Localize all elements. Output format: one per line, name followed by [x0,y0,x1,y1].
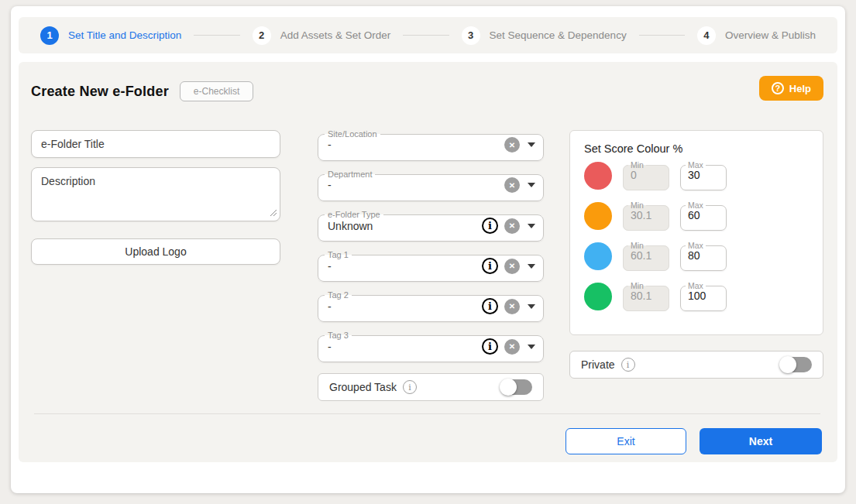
chevron-down-icon[interactable] [528,142,535,147]
step-4[interactable]: 4 Overview & Publish [697,26,816,45]
chevron-down-icon[interactable] [528,264,535,269]
private-toggle[interactable] [781,357,812,372]
chevron-down-icon[interactable] [528,224,535,228]
max-value-green[interactable]: 100 [681,290,726,304]
step-4-number: 4 [697,26,716,45]
page-title: Create New e-Folder [31,84,169,100]
min-value-orange: 30.1 [624,209,669,224]
tag1-value: - [328,260,332,273]
info-icon[interactable]: i [621,358,635,372]
step-connector [639,35,685,36]
resize-handle-icon[interactable] [269,205,277,219]
min-field-blue: Min 60.1 [623,242,669,271]
step-connector [403,35,449,36]
tag1-label: Tag 1 [325,251,352,259]
content-panel: Create New e-Folder e-Checklist ? Help [19,62,837,462]
score-row-blue: Min 60.1 Max 80 [584,242,809,271]
min-field-red: Min 0 [623,161,669,190]
step-2-label: Add Assets & Set Order [280,29,391,41]
stepper: 1 Set Title and Description 2 Add Assets… [19,17,837,53]
department-select[interactable]: Department - ✕ [318,170,544,201]
footer-divider [34,413,820,414]
info-icon[interactable]: i [482,218,498,234]
tag2-select[interactable]: Tag 2 - i ✕ [318,291,544,322]
description-textarea[interactable] [31,167,280,221]
blue-circle-icon [584,242,612,270]
orange-circle-icon [584,202,612,230]
clear-icon[interactable]: ✕ [504,218,520,234]
green-circle-icon [584,283,612,310]
max-field-green[interactable]: Max 100 [680,282,727,311]
chevron-down-icon[interactable] [528,345,535,349]
next-button[interactable]: Next [700,428,822,454]
clear-icon[interactable]: ✕ [504,137,520,153]
grouped-task-row: Grouped Task i [318,373,544,401]
max-value-orange[interactable]: 60 [681,209,726,224]
red-circle-icon [584,162,612,190]
max-field-orange[interactable]: Max 60 [680,201,727,231]
score-colour-panel: Set Score Colour % Min 0 Max 30 [569,130,823,335]
info-icon[interactable]: i [403,380,417,394]
max-field-red[interactable]: Max 30 [680,161,727,190]
min-value-green: 80.1 [624,290,669,304]
info-icon[interactable]: i [482,258,498,274]
upload-logo-button[interactable]: Upload Logo [31,238,280,265]
help-label: Help [789,83,811,94]
tag3-value: - [328,341,332,353]
efolder-title-input[interactable] [31,130,280,158]
max-field-blue[interactable]: Max 80 [680,242,727,271]
score-panel-title: Set Score Colour % [584,142,809,155]
efolder-type-select[interactable]: e-Folder Type Unknown i ✕ [318,211,544,242]
site-location-select[interactable]: Site/Location - ✕ [318,130,544,161]
exit-button[interactable]: Exit [566,428,686,454]
question-icon: ? [772,82,784,94]
clear-icon[interactable]: ✕ [504,339,520,355]
tag1-select[interactable]: Tag 1 - i ✕ [318,251,544,282]
step-3-label: Set Sequence & Dependency [490,29,627,41]
tag2-value: - [328,300,332,313]
grouped-task-label: Grouped Task [329,381,397,393]
site-location-label: Site/Location [325,130,380,139]
private-row: Private i [569,351,823,379]
chevron-down-icon[interactable] [528,183,535,187]
chevron-down-icon[interactable] [528,304,535,309]
main-card: 1 Set Title and Description 2 Add Assets… [11,6,845,493]
categorisation-column: Site/Location - ✕ Department - ✕ [318,130,544,401]
step-2[interactable]: 2 Add Assets & Set Order [253,26,391,45]
score-row-green: Min 80.1 Max 100 [584,282,809,311]
step-2-number: 2 [253,26,271,45]
site-location-value: - [328,139,332,151]
tag2-label: Tag 2 [325,291,352,300]
max-value-blue[interactable]: 80 [681,249,726,264]
min-field-green: Min 80.1 [623,282,669,311]
step-connector [194,35,239,36]
step-4-label: Overview & Publish [725,29,816,41]
min-field-orange: Min 30.1 [623,201,669,231]
efolder-type-value: Unknown [328,220,373,232]
info-icon[interactable]: i [482,298,498,314]
score-row-red: Min 0 Max 30 [584,161,809,190]
min-value-blue: 60.1 [624,249,669,264]
max-value-red[interactable]: 30 [681,169,726,183]
score-column: Set Score Colour % Min 0 Max 30 [569,130,823,401]
help-button[interactable]: ? Help [759,76,823,101]
score-row-orange: Min 30.1 Max 60 [584,201,809,231]
clear-icon[interactable]: ✕ [504,259,520,274]
step-1[interactable]: 1 Set Title and Description [40,26,181,45]
efolder-type-label: e-Folder Type [325,211,383,219]
step-3[interactable]: 3 Set Sequence & Dependency [462,26,627,45]
private-label: Private [581,358,615,371]
info-icon[interactable]: i [482,338,498,355]
min-value-red: 0 [624,169,669,183]
clear-icon[interactable]: ✕ [504,177,520,193]
title-description-column: Upload Logo [31,130,280,401]
tag3-select[interactable]: Tag 3 - i ✕ [318,331,544,362]
grouped-task-toggle[interactable] [501,379,532,395]
clear-icon[interactable]: ✕ [504,299,520,314]
step-1-label: Set Title and Description [68,29,181,41]
e-checklist-badge[interactable]: e-Checklist [180,81,253,101]
step-3-number: 3 [462,26,480,45]
department-value: - [328,179,332,191]
tag3-label: Tag 3 [325,331,352,340]
department-label: Department [325,170,375,179]
